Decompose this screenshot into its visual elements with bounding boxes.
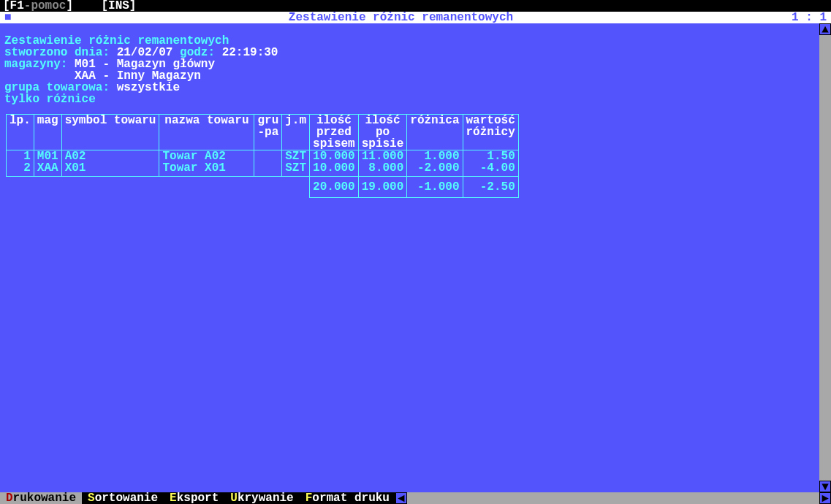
col-lp: lp. bbox=[7, 115, 34, 150]
differences-table: lp. mag symbol towaru nazwa towaru gru -… bbox=[6, 114, 519, 198]
window-title-bar: ■ Zestawienie różnic remanentowych 1 : 1 bbox=[0, 12, 831, 23]
menu-item-format druku[interactable]: Format druku bbox=[300, 492, 395, 504]
col-mag: mag bbox=[34, 115, 61, 150]
col-ilosc-przed: ilość przed spisem bbox=[310, 115, 359, 150]
menu-item-ukrywanie[interactable]: Ukrywanie bbox=[224, 492, 299, 504]
scroll-left-icon[interactable]: ◄ bbox=[395, 492, 407, 504]
created-time: 22:19:30 bbox=[222, 46, 278, 59]
scroll-right-icon[interactable]: ► bbox=[819, 492, 831, 504]
scroll-down-icon[interactable]: ▼ bbox=[819, 481, 831, 492]
menu-item-sortowanie[interactable]: Sortowanie bbox=[82, 492, 164, 504]
bottom-menu-bar: DrukowanieSortowanieEksportUkrywanieForm… bbox=[0, 492, 831, 504]
close-icon[interactable]: ■ bbox=[4, 12, 10, 23]
col-symbol: symbol towaru bbox=[61, 115, 159, 150]
col-wartosc: wartość różnicy bbox=[463, 115, 518, 150]
vertical-scrollbar[interactable]: ▲ ▼ bbox=[819, 23, 831, 492]
scroll-up-icon[interactable]: ▲ bbox=[819, 23, 831, 35]
only-diff-label: tylko różnice bbox=[4, 93, 96, 106]
col-ilosc-po: ilość po spisie bbox=[358, 115, 407, 150]
table-totals-row: 20.000 19.000 -1.000 -2.50 bbox=[7, 177, 519, 198]
table-header-row: lp. mag symbol towaru nazwa towaru gru -… bbox=[7, 115, 519, 150]
f1-label: -pomoc bbox=[24, 0, 67, 12]
top-status-bar: [F1-pomoc] [INS] bbox=[0, 0, 831, 12]
group-value: wszystkie bbox=[117, 81, 180, 94]
col-jm: j.m bbox=[282, 115, 310, 150]
horizontal-scrollbar[interactable]: ◄ ► bbox=[395, 492, 831, 504]
menu-item-drukowanie[interactable]: Drukowanie bbox=[0, 492, 82, 504]
table-row: 12 M01XAA A02X01 Towar A02Towar X01 SZTS… bbox=[7, 150, 519, 177]
ins-indicator: INS bbox=[108, 0, 129, 12]
f1-key: F1 bbox=[10, 0, 24, 12]
col-grupa: gru -pa bbox=[254, 115, 282, 150]
report-content: Zestawienie różnic remanentowych stworzo… bbox=[0, 23, 819, 492]
cursor-position: 1 : 1 bbox=[792, 12, 827, 23]
menu-item-eksport[interactable]: Eksport bbox=[164, 492, 224, 504]
col-nazwa: nazwa towaru bbox=[159, 115, 254, 150]
window-title: Zestawienie różnic remanentowych bbox=[10, 12, 792, 23]
col-roznica: różnica bbox=[407, 115, 463, 150]
